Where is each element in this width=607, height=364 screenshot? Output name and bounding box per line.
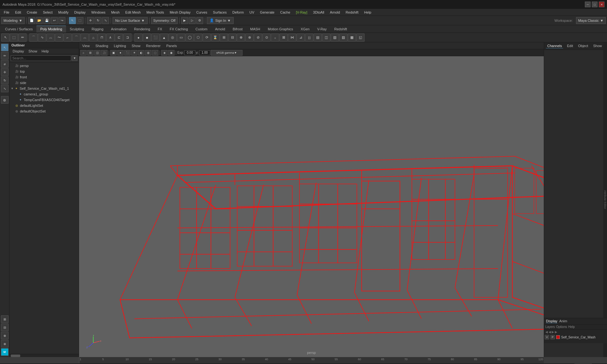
mesh-tool-11[interactable]: ⊠ bbox=[279, 33, 288, 42]
mesh-tool-13[interactable]: ⊿ bbox=[297, 33, 305, 42]
exposure-input[interactable] bbox=[184, 50, 195, 55]
mesh-tool-1[interactable]: ⬡ bbox=[194, 33, 202, 42]
tab-animation[interactable]: Animation bbox=[107, 26, 130, 33]
menu-arnold[interactable]: Arnold bbox=[328, 10, 343, 15]
outliner-display-menu[interactable]: Display bbox=[11, 49, 26, 53]
tab-xgen[interactable]: XGen bbox=[297, 26, 313, 33]
select-icon[interactable]: ↖ bbox=[1, 33, 9, 42]
move-tool-button[interactable]: ✛ bbox=[87, 17, 94, 24]
curve-tool-9[interactable]: ⊓ bbox=[98, 33, 106, 42]
mesh-tool-7[interactable]: ⊗ bbox=[245, 33, 254, 42]
outliner-scroll-thumb[interactable] bbox=[11, 355, 20, 357]
select-tool-left[interactable]: ↖ bbox=[1, 44, 9, 51]
outliner-item-light-set[interactable]: ◎ defaultLightSet bbox=[9, 103, 79, 108]
options-option[interactable]: Options bbox=[556, 325, 567, 329]
minimize-button[interactable]: ─ bbox=[585, 2, 591, 7]
close-button[interactable]: ✕ bbox=[599, 2, 604, 7]
curve-tool-10[interactable]: ∧ bbox=[106, 33, 114, 42]
scale-tool-left[interactable]: ⤡ bbox=[1, 85, 9, 92]
menu-help[interactable]: Help bbox=[362, 10, 374, 15]
menu-surfaces[interactable]: Surfaces bbox=[211, 10, 229, 15]
outliner-help-menu[interactable]: Help bbox=[40, 49, 51, 53]
menu-mesh-display[interactable]: Mesh Display bbox=[167, 10, 193, 15]
menu-select[interactable]: Select bbox=[40, 10, 55, 15]
vp-home-btn[interactable]: ⌂ bbox=[80, 50, 87, 56]
new-scene-button[interactable]: 📄 bbox=[28, 17, 35, 24]
curve-tool-2[interactable]: ∿ bbox=[38, 33, 46, 42]
lasso-select-button[interactable]: ⬚ bbox=[77, 17, 83, 24]
tab-vray[interactable]: V-Ray bbox=[313, 26, 330, 33]
cube-icon[interactable]: ■ bbox=[143, 33, 151, 42]
menu-3dtoall[interactable]: 3DtoAll bbox=[310, 10, 327, 15]
scale-tool-button[interactable]: ⤡ bbox=[102, 17, 109, 24]
anim-tab[interactable]: Anim bbox=[559, 319, 567, 323]
tab-object[interactable]: Object bbox=[577, 44, 589, 48]
open-scene-button[interactable]: 📂 bbox=[36, 17, 43, 24]
tab-rendering[interactable]: Rendering bbox=[130, 26, 154, 33]
viewport-menu-renderer[interactable]: Renderer bbox=[144, 43, 162, 48]
vp-smooth-btn[interactable]: ● bbox=[117, 50, 124, 56]
cone-icon[interactable]: ▲ bbox=[160, 33, 168, 42]
paint-select-icon[interactable]: ✏ bbox=[18, 33, 27, 42]
symmetry-button[interactable]: Symmetry: Off bbox=[151, 17, 178, 24]
cylinder-icon[interactable]: ⬛ bbox=[151, 33, 160, 42]
ipr-render-button[interactable]: ▷ bbox=[189, 17, 196, 24]
viewport-menu-lighting[interactable]: Lighting bbox=[112, 43, 128, 48]
curve-tool-7[interactable]: ⌓ bbox=[81, 33, 89, 42]
disk-icon[interactable]: ◯ bbox=[186, 33, 194, 42]
vp-color-management-btn[interactable]: sRGB gamma ▼ bbox=[211, 50, 242, 56]
outliner-scrollbar[interactable] bbox=[9, 354, 79, 357]
plane-icon[interactable]: ▭ bbox=[177, 33, 185, 42]
outliner-item-front[interactable]: 🎥 front bbox=[9, 74, 79, 80]
tab-channels[interactable]: Channels bbox=[546, 44, 563, 48]
timeline-area[interactable]: 1 5 10 15 20 25 30 35 40 45 50 55 60 65 … bbox=[79, 357, 544, 363]
search-arrow-button[interactable]: ▼ bbox=[72, 55, 77, 61]
menu-curves[interactable]: Curves bbox=[194, 10, 210, 15]
curve-tool-8[interactable]: ⌂ bbox=[89, 33, 97, 42]
curve-tool-4[interactable]: 〜 bbox=[55, 33, 63, 42]
curve-tool-1[interactable]: ⌒ bbox=[29, 33, 38, 42]
vp-isolate-btn[interactable]: ◈ bbox=[161, 50, 168, 56]
tab-motion-graphics[interactable]: Motion Graphics bbox=[264, 26, 297, 33]
layers-option[interactable]: Layers bbox=[545, 325, 555, 329]
display-tab[interactable]: Display bbox=[546, 319, 557, 323]
mesh-tool-17[interactable]: ▧ bbox=[331, 33, 339, 42]
outliner-item-object-set[interactable]: ◎ defaultObjectSet bbox=[9, 108, 79, 114]
layer-playback-button[interactable]: P bbox=[550, 335, 555, 339]
move-tool-left[interactable]: ✛ bbox=[1, 68, 9, 76]
curve-tool-3[interactable]: ⌓ bbox=[46, 33, 55, 42]
maximize-button[interactable]: □ bbox=[592, 2, 598, 7]
tab-curves-surfaces[interactable]: Curves / Surfaces bbox=[1, 26, 36, 33]
vp-frame-btn[interactable]: ◫ bbox=[94, 50, 101, 56]
mesh-tool-8[interactable]: ⊘ bbox=[254, 33, 262, 42]
tab-redshift[interactable]: Redshift bbox=[330, 26, 351, 33]
outliner-item-camera-group[interactable]: ✦ camera1_group bbox=[9, 91, 79, 97]
mesh-tool-9[interactable]: ⊙ bbox=[262, 33, 271, 42]
outliner-item-main-group[interactable]: ▼ ✦ Self_Service_Car_Wash_nd1_1 bbox=[9, 86, 79, 91]
menu-vray[interactable]: [V-Ray] bbox=[293, 10, 310, 15]
paint-tool-left[interactable]: ✏ bbox=[1, 52, 9, 59]
vp-xray-btn[interactable]: ◌ bbox=[152, 50, 158, 56]
soft-select-left[interactable]: ◍ bbox=[1, 96, 9, 104]
mesh-tool-12[interactable]: ⋈ bbox=[288, 33, 296, 42]
curve-tool-6[interactable]: ⌒ bbox=[72, 33, 80, 42]
layer-color-swatch[interactable] bbox=[556, 335, 560, 339]
sign-in-button[interactable]: 👤 Sign In ▼ bbox=[207, 17, 234, 24]
tab-edit[interactable]: Edit bbox=[566, 44, 574, 48]
lasso-icon[interactable]: ⬚ bbox=[10, 33, 18, 42]
mesh-tool-6[interactable]: ⊕ bbox=[237, 33, 245, 42]
menu-generate[interactable]: Generate bbox=[257, 10, 277, 15]
mesh-tool-18[interactable]: ▨ bbox=[339, 33, 347, 42]
select-tool-button[interactable]: ↖ bbox=[69, 17, 76, 24]
mode-dropdown[interactable]: Modeling ▼ bbox=[1, 17, 25, 24]
gamma-input[interactable] bbox=[199, 50, 210, 55]
menu-edit[interactable]: Edit bbox=[13, 10, 24, 15]
mesh-tool-5[interactable]: ⊟ bbox=[228, 33, 236, 42]
menu-mesh[interactable]: Mesh bbox=[108, 10, 122, 15]
tab-sculpting[interactable]: Sculpting bbox=[66, 26, 88, 33]
outliner-item-side[interactable]: 🎥 side bbox=[9, 80, 79, 86]
save-scene-button[interactable]: 💾 bbox=[43, 17, 50, 24]
mesh-tool-2[interactable]: ⟳ bbox=[203, 33, 211, 42]
mesh-tool-4[interactable]: ⊞ bbox=[220, 33, 228, 42]
outliner-item-top[interactable]: 🎥 top bbox=[9, 69, 79, 74]
